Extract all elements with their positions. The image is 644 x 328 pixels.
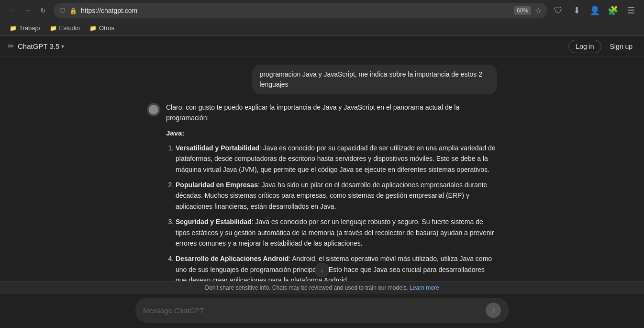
input-area: ↑ bbox=[0, 294, 644, 328]
user-message-text: programacion Java y JavaScript, me indic… bbox=[260, 70, 482, 88]
bookmark-label: Trabajo bbox=[19, 24, 40, 32]
reload-button[interactable]: ↻ bbox=[36, 4, 50, 17]
item-term: Desarrollo de Aplicaciones Android bbox=[176, 255, 289, 262]
bookmark-label: Estudio bbox=[59, 24, 80, 32]
pocket-button[interactable]: 🛡 bbox=[551, 3, 566, 18]
app-header-left: ✏ ChatGPT 3.5 ▾ bbox=[8, 42, 64, 51]
app-title-button[interactable]: ChatGPT 3.5 ▾ bbox=[18, 42, 64, 50]
back-button[interactable]: ← bbox=[6, 4, 19, 17]
app-header-right: Log in Sign up bbox=[568, 40, 636, 53]
scroll-down-button[interactable]: ↓ bbox=[315, 263, 329, 277]
nav-buttons: ← → ↻ bbox=[6, 4, 50, 17]
bookmarks-bar: 📁 Trabajo 📁 Estudio 📁 Otros bbox=[0, 21, 644, 35]
assistant-avatar bbox=[147, 103, 160, 116]
chat-area[interactable]: programacion Java y JavaScript, me indic… bbox=[0, 57, 644, 281]
browser-chrome: ← → ↻ 🛡 🔒 https://chatgpt.com 60% ☆ 🛡 ⬇ … bbox=[0, 0, 644, 36]
chat-messages: programacion Java y JavaScript, me indic… bbox=[135, 65, 509, 281]
avatar-inner bbox=[149, 105, 158, 114]
chevron-down-icon: ▾ bbox=[61, 43, 64, 50]
list-item: Seguridad y Estabilidad: Java es conocid… bbox=[176, 216, 497, 249]
list-item: Popularidad en Empresas: Java ha sido un… bbox=[176, 180, 497, 212]
assistant-message: Claro, con gusto te puedo explicar la im… bbox=[147, 102, 497, 281]
url-text: https://chatgpt.com bbox=[81, 7, 510, 14]
forward-button[interactable]: → bbox=[21, 4, 34, 17]
item-term: Seguridad y Estabilidad bbox=[176, 218, 252, 226]
folder-icon: 📁 bbox=[89, 25, 97, 32]
address-bar[interactable]: 🛡 🔒 https://chatgpt.com 60% ☆ bbox=[54, 3, 547, 18]
folder-icon: 📁 bbox=[50, 25, 57, 32]
browser-top-bar: ← → ↻ 🛡 🔒 https://chatgpt.com 60% ☆ 🛡 ⬇ … bbox=[0, 0, 644, 21]
bookmark-estudio[interactable]: 📁 Estudio bbox=[46, 23, 84, 33]
input-container: ↑ bbox=[135, 298, 509, 323]
menu-button[interactable]: ☰ bbox=[624, 3, 638, 18]
extensions-button[interactable]: 🧩 bbox=[606, 3, 620, 18]
zoom-level[interactable]: 60% bbox=[514, 6, 531, 15]
bookmark-otros[interactable]: 📁 Otros bbox=[86, 23, 118, 33]
user-bubble: programacion Java y JavaScript, me indic… bbox=[252, 65, 497, 94]
bookmark-trabajo[interactable]: 📁 Trabajo bbox=[6, 23, 44, 33]
signup-button[interactable]: Sign up bbox=[606, 40, 636, 53]
item-term: Versatilidad y Portabilidad bbox=[176, 144, 259, 152]
bookmark-star-button[interactable]: ☆ bbox=[535, 6, 542, 15]
shield-icon: 🛡 bbox=[59, 7, 66, 14]
list-item: Versatilidad y Portabilidad: Java es con… bbox=[176, 143, 497, 175]
java-section-title: Java: bbox=[166, 127, 497, 139]
assistant-intro: Claro, con gusto te puedo explicar la im… bbox=[166, 102, 497, 124]
main-content: programacion Java y JavaScript, me indic… bbox=[0, 57, 644, 328]
java-list: Versatilidad y Portabilidad: Java es con… bbox=[166, 143, 497, 281]
sensitive-info-bar: Don't share sensitive info. Chats may be… bbox=[0, 281, 644, 294]
lock-icon: 🔒 bbox=[69, 7, 77, 14]
download-button[interactable]: ⬇ bbox=[569, 3, 584, 18]
item-term: Popularidad en Empresas bbox=[176, 181, 258, 189]
login-button[interactable]: Log in bbox=[568, 40, 601, 53]
app-header: ✏ ChatGPT 3.5 ▾ Log in Sign up bbox=[0, 36, 644, 57]
send-button[interactable]: ↑ bbox=[486, 303, 501, 318]
sensitive-info-text: Don't share sensitive info. Chats may be… bbox=[205, 284, 408, 291]
list-item: Desarrollo de Aplicaciones Android: Andr… bbox=[176, 253, 497, 281]
learn-more-link[interactable]: Learn more bbox=[410, 284, 439, 291]
app-title: ChatGPT 3.5 bbox=[18, 42, 59, 50]
bookmark-label: Otros bbox=[99, 24, 114, 32]
edit-icon[interactable]: ✏ bbox=[8, 42, 14, 51]
profile-button[interactable]: 👤 bbox=[588, 3, 602, 18]
message-input[interactable] bbox=[143, 306, 482, 315]
browser-toolbar-right: 🛡 ⬇ 👤 🧩 ☰ bbox=[551, 3, 638, 18]
user-message: programacion Java y JavaScript, me indic… bbox=[147, 65, 497, 94]
assistant-content: Claro, con gusto te puedo explicar la im… bbox=[166, 102, 497, 281]
folder-icon: 📁 bbox=[10, 25, 17, 32]
